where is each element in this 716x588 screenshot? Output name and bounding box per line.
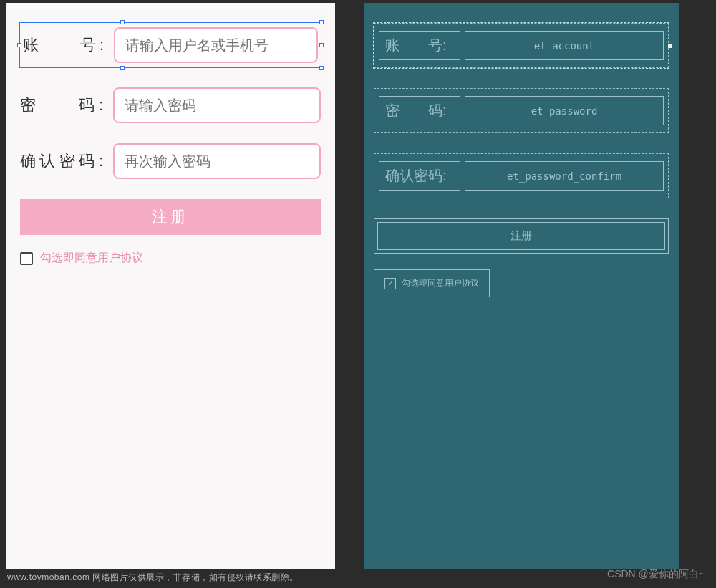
account-input[interactable] — [114, 27, 318, 63]
agree-row[interactable]: 勾选即同意用户协议 — [20, 251, 321, 266]
bp-account-label: 账 号: — [379, 31, 460, 60]
account-label: 账 号: — [23, 34, 114, 56]
agree-label: 勾选即同意用户协议 — [40, 251, 143, 266]
selection-handle-icon[interactable] — [668, 44, 672, 48]
bp-password-label: 密 码: — [379, 96, 460, 125]
watermark-right: CSDN @爱你的阿白~ — [607, 568, 705, 581]
bp-row-confirm[interactable]: 确认密码: et_password_confirm — [374, 153, 669, 198]
selection-handle-icon[interactable] — [319, 43, 324, 47]
bp-account-id[interactable]: et_account — [465, 31, 664, 60]
agree-checkbox[interactable] — [20, 252, 33, 265]
row-account: 账 号: — [20, 23, 321, 67]
bp-confirm-label: 确认密码: — [379, 161, 460, 191]
selection-handle-icon[interactable] — [17, 43, 21, 47]
watermark-left: www.toymoban.com 网络图片仅供展示，非存储，如有侵权请联系删除。 — [7, 572, 299, 584]
selection-handle-icon[interactable] — [319, 20, 324, 24]
selection-handle-icon[interactable] — [120, 66, 125, 70]
bp-row-password[interactable]: 密 码: et_password — [374, 88, 669, 133]
selection-handle-icon[interactable] — [319, 66, 324, 70]
preview-panel: 账 号: 密 码: 确认密码: 注册 勾选即同意用户协议 — [6, 3, 335, 569]
bp-agree-row[interactable]: ✓ 勾选即同意用户协议 — [374, 269, 490, 297]
bp-row-account[interactable]: 账 号: et_account — [374, 23, 669, 68]
selection-outline: 账 号: — [20, 23, 321, 67]
row-password: 密 码: — [20, 87, 321, 123]
bp-register-label: 注册 — [511, 229, 532, 241]
register-button[interactable]: 注册 — [20, 199, 321, 235]
bp-agree-checkbox-icon[interactable]: ✓ — [384, 278, 396, 289]
bp-register-button[interactable]: 注册 — [374, 218, 669, 254]
bp-agree-label: 勾选即同意用户协议 — [402, 277, 479, 289]
password-input[interactable] — [113, 87, 321, 123]
selection-handle-icon[interactable] — [120, 20, 125, 24]
blueprint-panel: 账 号: et_account 密 码: et_password 确认密码: e… — [364, 3, 679, 569]
bp-password-id[interactable]: et_password — [465, 96, 664, 125]
row-confirm: 确认密码: — [20, 143, 321, 179]
password-label: 密 码: — [20, 95, 113, 116]
bp-confirm-id[interactable]: et_password_confirm — [465, 161, 664, 191]
confirm-input[interactable] — [113, 143, 321, 179]
confirm-label: 确认密码: — [20, 150, 113, 172]
